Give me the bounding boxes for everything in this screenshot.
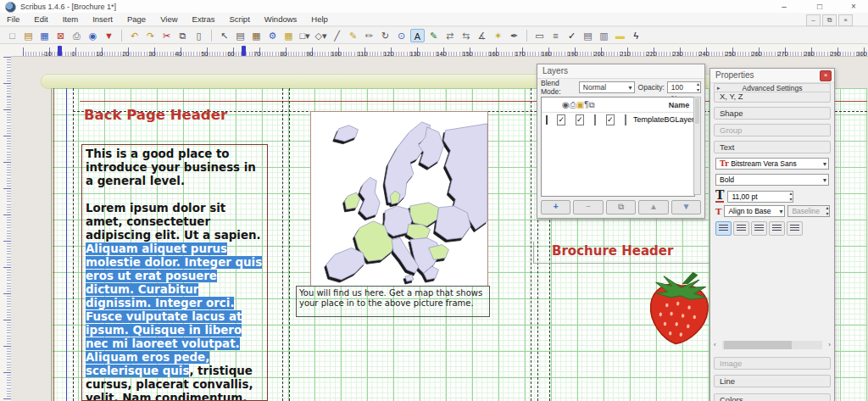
- pdf-text-field-icon[interactable]: ≡: [548, 29, 563, 42]
- menu-item[interactable]: Help: [311, 14, 328, 24]
- copy-icon[interactable]: ⧉: [175, 29, 190, 42]
- open-document-icon[interactable]: ▤: [21, 29, 36, 42]
- pdf-push-button-icon[interactable]: ▭: [532, 29, 547, 42]
- pdf-text-annotation-icon[interactable]: ▬: [613, 29, 627, 42]
- pdf-checkbox-icon[interactable]: ✓: [565, 29, 579, 42]
- brochure-header-frame[interactable]: Brochure Header: [552, 243, 673, 259]
- mdi-close-button[interactable]: ×: [838, 14, 853, 26]
- section-line[interactable]: Line: [714, 375, 831, 387]
- layer-outline-checkbox[interactable]: [625, 114, 626, 125]
- insert-render-frame-icon[interactable]: ⚙: [265, 29, 280, 42]
- layer-textflow-checkbox[interactable]: [606, 114, 615, 125]
- insert-shape-icon[interactable]: □▾: [298, 29, 312, 42]
- align-right-button[interactable]: [751, 221, 767, 236]
- undo-icon[interactable]: ↶: [127, 29, 142, 42]
- insert-image-frame-icon[interactable]: ▦: [249, 29, 264, 42]
- insert-text-frame-icon[interactable]: ▤: [233, 29, 248, 42]
- layers-scrollbar[interactable]: [693, 97, 701, 195]
- lower-layer-button[interactable]: ▼: [671, 200, 701, 214]
- palette-close-icon[interactable]: ×: [820, 70, 832, 81]
- eye-dropper-icon[interactable]: ✒: [507, 29, 521, 42]
- align-force-justify-button[interactable]: [787, 221, 803, 236]
- zoom-icon[interactable]: ⊙: [394, 29, 409, 42]
- layers-palette-title[interactable]: Layers: [537, 64, 704, 79]
- align-left-button[interactable]: [715, 221, 732, 236]
- section-image[interactable]: Image: [714, 357, 831, 370]
- insert-freehand-icon[interactable]: ✏: [362, 29, 376, 42]
- menu-item[interactable]: File: [7, 14, 19, 24]
- insert-table-icon[interactable]: ▦: [281, 29, 296, 42]
- close-document-icon[interactable]: ⊠: [53, 29, 68, 42]
- section-text[interactable]: Text: [714, 141, 831, 153]
- maximize-button[interactable]: □: [810, 1, 829, 12]
- mdi-minimize-button[interactable]: –: [806, 14, 821, 26]
- blend-mode-select[interactable]: Normal: [579, 81, 635, 93]
- vertical-ruler[interactable]: [0, 57, 12, 401]
- font-size-spinner[interactable]: 11,00 pt: [727, 191, 793, 203]
- insert-polygon-icon[interactable]: ◇▾: [314, 29, 328, 42]
- link-text-frames-icon[interactable]: ⇄: [442, 29, 457, 42]
- menu-item[interactable]: Script: [229, 14, 249, 24]
- pdf-combo-box-icon[interactable]: ▤: [581, 29, 595, 42]
- properties-hscrollbar[interactable]: ‹›: [714, 340, 831, 350]
- paste-icon[interactable]: ▯: [192, 29, 206, 42]
- collapsible-section[interactable]: ▸ Advanced Settings: [714, 83, 831, 92]
- strawberry-image-frame[interactable]: [639, 266, 720, 347]
- menu-item[interactable]: Windows: [264, 14, 298, 24]
- pdf-link-annotation-icon[interactable]: ϟ: [629, 29, 643, 42]
- rotate-item-icon[interactable]: ↻: [378, 29, 392, 42]
- font-style-select[interactable]: Bold: [715, 174, 829, 186]
- story-editor-icon[interactable]: ✎: [426, 29, 441, 42]
- properties-palette-title[interactable]: Properties: [710, 69, 834, 83]
- back-page-header-frame[interactable]: Back Page Header: [84, 107, 227, 123]
- preflight-verifier-icon[interactable]: ◉: [86, 29, 100, 42]
- unlink-text-frames-icon[interactable]: ⇆: [459, 29, 473, 42]
- redo-icon[interactable]: ↷: [143, 29, 158, 42]
- edit-contents-icon[interactable]: A: [410, 29, 425, 42]
- layer-row[interactable]: TemplateBGLayer: [542, 113, 694, 126]
- save-document-icon[interactable]: ▦: [37, 29, 52, 42]
- export-pdf-icon[interactable]: ▼: [102, 29, 116, 42]
- selected-text[interactable]: Aliquam aliquet purus molestie dolor. In…: [86, 242, 262, 377]
- section-shape[interactable]: Shape: [714, 107, 831, 120]
- layer-name[interactable]: TemplateBGLayer: [633, 115, 694, 124]
- menu-item[interactable]: View: [160, 14, 177, 24]
- align-center-button[interactable]: [733, 221, 749, 236]
- body-text-frame[interactable]: This is a good place to introduce your b…: [81, 144, 268, 401]
- line-spacing-select[interactable]: Align to Base: [724, 205, 785, 217]
- horizontal-ruler[interactable]: -100102030405060708090100110120130140150…: [11, 44, 868, 57]
- pdf-list-box-icon[interactable]: ▥: [597, 29, 611, 42]
- section-group[interactable]: Group: [714, 124, 831, 136]
- document-canvas[interactable]: Back Page Header Brochure Header This is…: [11, 57, 868, 401]
- measurements-icon[interactable]: ∡: [475, 29, 489, 42]
- remove-layer-button[interactable]: −: [573, 200, 603, 214]
- close-button[interactable]: ×: [844, 1, 863, 12]
- add-layer-button[interactable]: +: [541, 200, 570, 214]
- menu-item[interactable]: Page: [127, 14, 146, 24]
- menu-item[interactable]: Extras: [192, 14, 215, 24]
- insert-line-icon[interactable]: ╱: [330, 29, 344, 42]
- layer-color-swatch[interactable]: [546, 115, 548, 125]
- font-family-select[interactable]: Tr Bitstream Vera Sans: [715, 158, 829, 170]
- copy-item-properties-icon[interactable]: ✶: [491, 29, 505, 42]
- layer-visible-checkbox[interactable]: [557, 114, 565, 125]
- opacity-spinner[interactable]: 100 %: [667, 81, 701, 93]
- caption-text-frame[interactable]: You will find us here. Get a map that sh…: [296, 286, 490, 317]
- raise-layer-button[interactable]: ▲: [638, 200, 668, 214]
- menu-item[interactable]: Insert: [92, 14, 113, 24]
- layer-print-checkbox[interactable]: [576, 114, 584, 125]
- align-justify-button[interactable]: [769, 221, 785, 236]
- new-document-icon[interactable]: □: [5, 29, 19, 42]
- cut-icon[interactable]: ✂: [159, 29, 174, 42]
- menu-item[interactable]: Edit: [34, 14, 47, 24]
- insert-bezier-icon[interactable]: ✎: [346, 29, 360, 42]
- baseline-spinner[interactable]: Baseline: [787, 205, 830, 217]
- print-icon[interactable]: ⎙: [70, 29, 84, 42]
- select-item-icon[interactable]: ↖: [217, 29, 231, 42]
- minimize-button[interactable]: –: [775, 1, 793, 12]
- europe-map-image-frame[interactable]: [310, 111, 488, 287]
- duplicate-layer-button[interactable]: ⧉: [606, 200, 636, 214]
- menu-item[interactable]: Item: [63, 14, 78, 24]
- layer-lock-checkbox[interactable]: [594, 114, 596, 125]
- mdi-restore-button[interactable]: ⧉: [822, 14, 837, 26]
